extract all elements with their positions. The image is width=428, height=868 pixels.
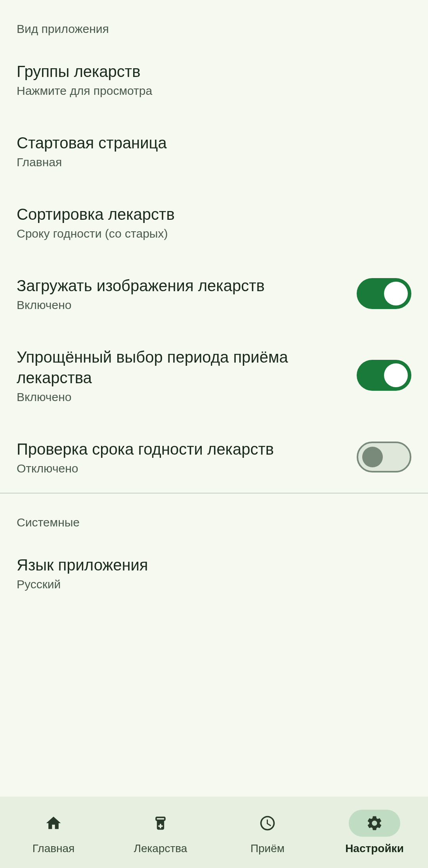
toggle-load-images[interactable] bbox=[357, 278, 411, 309]
setting-subtitle: Русский bbox=[17, 578, 399, 591]
setting-load-images[interactable]: Загружать изображения лекарств Включено bbox=[0, 258, 428, 329]
nav-drugs[interactable]: Лекарства bbox=[107, 810, 214, 855]
setting-title: Сортировка лекарств bbox=[17, 204, 399, 225]
setting-title: Группы лекарств bbox=[17, 61, 399, 82]
nav-settings[interactable]: Настройки bbox=[321, 810, 428, 855]
setting-sort-drugs[interactable]: Сортировка лекарств Сроку годности (со с… bbox=[0, 186, 428, 258]
setting-simplified-period[interactable]: Упрощённый выбор периода приёма лекарств… bbox=[0, 329, 428, 421]
setting-title: Упрощённый выбор периода приёма лекарств… bbox=[17, 347, 345, 388]
setting-title: Стартовая страница bbox=[17, 133, 399, 153]
medicine-icon bbox=[152, 814, 169, 832]
setting-start-page[interactable]: Стартовая страница Главная bbox=[0, 115, 428, 186]
home-icon bbox=[45, 814, 62, 832]
setting-title: Проверка срока годности лекарств bbox=[17, 439, 345, 459]
setting-subtitle: Главная bbox=[17, 156, 399, 169]
setting-subtitle: Включено bbox=[17, 298, 345, 312]
nav-label: Главная bbox=[32, 842, 75, 855]
toggle-simplified-period[interactable] bbox=[357, 360, 411, 391]
nav-intake[interactable]: Приём bbox=[214, 810, 321, 855]
nav-label: Настройки bbox=[345, 842, 404, 855]
section-header-system: Системные bbox=[0, 494, 428, 537]
section-header-appearance: Вид приложения bbox=[0, 0, 428, 44]
setting-title: Загружать изображения лекарств bbox=[17, 275, 345, 296]
toggle-expiry-check[interactable] bbox=[357, 442, 411, 472]
setting-subtitle: Включено bbox=[17, 390, 345, 404]
setting-subtitle: Сроку годности (со старых) bbox=[17, 227, 399, 240]
clock-icon bbox=[259, 814, 276, 832]
setting-subtitle: Нажмите для просмотра bbox=[17, 84, 399, 98]
nav-label: Приём bbox=[250, 842, 285, 855]
gear-icon bbox=[366, 814, 383, 832]
setting-title: Язык приложения bbox=[17, 555, 399, 575]
setting-app-language[interactable]: Язык приложения Русский bbox=[0, 537, 428, 609]
bottom-nav: Главная Лекарства Приём Настройки bbox=[0, 797, 428, 868]
setting-subtitle: Отключено bbox=[17, 462, 345, 475]
setting-drug-groups[interactable]: Группы лекарств Нажмите для просмотра bbox=[0, 44, 428, 115]
nav-label: Лекарства bbox=[134, 842, 187, 855]
setting-expiry-check[interactable]: Проверка срока годности лекарств Отключе… bbox=[0, 421, 428, 493]
nav-home[interactable]: Главная bbox=[0, 810, 107, 855]
